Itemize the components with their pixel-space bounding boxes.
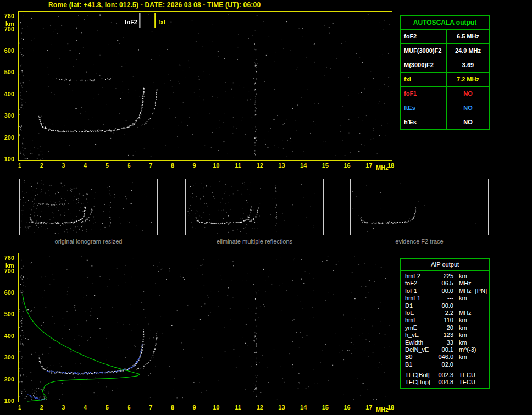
y-tick-label: 300 [1,354,14,361]
aip-param-unit: MHz [459,287,472,295]
aip-param-name: hmE [405,317,436,324]
aip-param-name: TEC[Bot] [405,372,436,379]
aip-param-value: 00.0 [436,287,453,295]
aip-tec-section: TEC[Bot]002.3TECUTEC[Top]004.8TECU [401,370,489,388]
x-tick-label: 11 [232,162,243,169]
autoscala-table-body: foF26.5 MHzMUF(3000)F224.0 MHzM(3000)F23… [401,30,489,129]
aip-param-value: 06.5 [436,280,453,287]
autoscala-row-value: NO [447,101,489,115]
autoscala-row-label: MUF(3000)F2 [401,44,447,58]
autoscala-row-value: 7.2 MHz [447,73,489,86]
x-tick-label: 14 [298,404,309,411]
x-tick-label: 10 [210,404,221,411]
aip-param-unit: km [459,331,467,339]
autoscala-row: MUF(3000)F224.0 MHz [401,44,489,58]
x-tick-label: 12 [254,162,265,169]
aip-row: TEC[Bot]002.3TECU [405,372,487,379]
aip-row: h_vE123km [405,331,487,339]
autoscala-row: ftEsNO [401,101,489,115]
x-axis-unit: MHz [376,164,389,171]
x-tick-label: 11 [232,404,243,411]
aip-param-value: 20 [436,324,453,331]
autoscala-row-value: 6.5 MHz [447,30,489,43]
fof2-marker-label: foF2 [120,19,137,25]
aip-row: DelN_vE00.1m^(-3) [405,346,487,353]
eliminate-reflections-thumbnail-plot [186,179,323,235]
aip-param-name: TEC[Top] [405,379,436,386]
autoscala-row-label: M(3000)F2 [401,58,447,72]
aip-param-name: DelN_vE [405,346,436,353]
x-tick-label: 17 [363,162,374,169]
aip-param-unit: km [459,324,467,331]
aip-row: foF100.0MHz[PN] [405,287,487,295]
autoscala-window: Rome (lat: +41.8, lon: 012.5) - DATE: 20… [0,0,532,415]
bottom-ionogram-plot [19,253,392,402]
aip-param-value: 046.0 [436,353,453,361]
aip-param-unit: MHz [459,280,472,287]
autoscala-row: M(3000)F23.69 [401,58,489,73]
y-tick-label: 400 [1,333,14,339]
aip-param-value: 02.0 [436,361,453,368]
x-tick-label: 4 [80,404,91,411]
thumbnail-eliminate-reflections [185,179,324,235]
autoscala-row-label: fxI [401,73,447,86]
autoscala-row: foF1NO [401,87,489,101]
thumbnail-caption-evidence: evidence F2 trace [350,238,489,245]
original-ionogram-thumbnail-plot [20,179,157,235]
x-tick-label: 17 [363,404,374,411]
aip-param-name: foE [405,309,436,317]
aip-param-value: 225 [436,273,453,280]
aip-row: hmE110km [405,317,487,324]
y-axis-unit: km [5,262,14,269]
x-tick-label: 5 [102,404,113,411]
aip-param-flag: [PN] [475,287,487,295]
autoscala-row-value: NO [447,87,489,101]
aip-param-unit: km [459,317,467,324]
aip-param-unit: km [459,295,467,302]
autoscala-row-value: NO [447,115,489,129]
y-tick-label: 100 [1,156,14,162]
autoscala-row-value: 3.69 [447,58,489,72]
aip-row: D100.0 [405,302,487,309]
aip-param-value: --- [436,295,453,302]
autoscala-row-label: foF2 [401,30,447,43]
x-tick-label: 3 [58,162,69,169]
aip-param-name: hmF2 [405,273,436,280]
evidence-f2-trace-thumbnail-plot [351,179,488,235]
thumbnail-caption-eliminate: eliminate multiple reflections [185,238,324,245]
y-tick-label: 200 [1,134,14,141]
autoscala-row-label: foF1 [401,87,447,101]
aip-param-value: 33 [436,339,453,346]
aip-param-name: hmF1 [405,295,436,302]
x-tick-label: 8 [167,162,178,169]
x-tick-label: 12 [254,404,265,411]
aip-param-value: 002.3 [436,372,453,379]
x-tick-label: 13 [276,404,287,411]
x-tick-label: 9 [189,404,200,411]
x-tick-label: 15 [320,162,331,169]
x-tick-label: 1 [14,162,25,169]
autoscala-row-label: h'Es [401,115,447,129]
aip-param-name: B1 [405,361,436,368]
aip-row: foF206.5MHz [405,280,487,287]
aip-param-value: 00.1 [436,346,453,353]
aip-param-unit: km [459,339,467,346]
aip-param-value: 123 [436,331,453,339]
aip-table-body: hmF2225kmfoF206.5MHzfoF100.0MHz[PN]hmF1-… [401,271,489,368]
thumbnail-original-ionogram [19,179,158,235]
x-tick-label: 6 [124,162,135,169]
aip-param-name: D1 [405,302,436,309]
x-axis-unit: MHz [376,406,389,413]
thumbnail-caption-original: original ionogram resized [19,238,158,245]
top-ionogram-panel: foF2 fxI [18,11,392,161]
aip-row: TEC[Top]004.8TECU [405,379,487,386]
aip-row: B0046.0km [405,353,487,361]
y-tick-label: 200 [1,376,14,383]
aip-param-name: ymE [405,324,436,331]
x-tick-label: 2 [36,162,47,169]
x-tick-label: 7 [145,162,156,169]
aip-output-table: AIP output hmF2225kmfoF206.5MHzfoF100.0M… [400,258,490,389]
x-tick-label: 16 [342,162,353,169]
top-ionogram-plot [19,12,392,160]
y-tick-label: 300 [1,112,14,119]
